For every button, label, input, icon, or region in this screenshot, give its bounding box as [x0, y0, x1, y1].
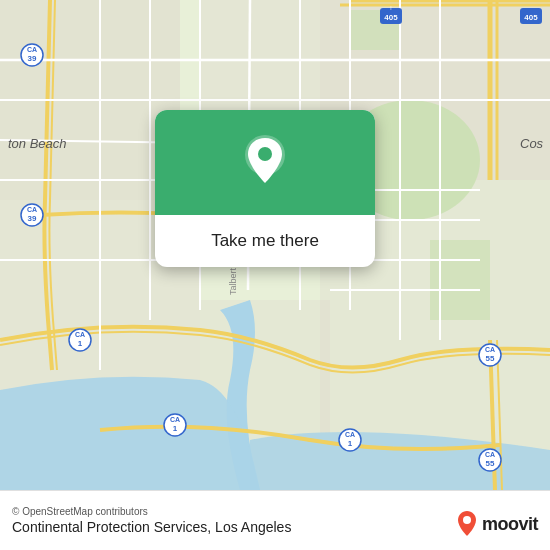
popup-header	[155, 110, 375, 215]
svg-text:55: 55	[486, 354, 495, 363]
svg-text:1: 1	[173, 424, 178, 433]
svg-text:55: 55	[486, 459, 495, 468]
svg-text:CA: CA	[485, 451, 495, 458]
svg-text:39: 39	[28, 214, 37, 223]
svg-text:CA: CA	[75, 331, 85, 338]
moovit-brand-text: moovit	[482, 514, 538, 535]
svg-text:ton Beach: ton Beach	[8, 136, 67, 151]
svg-text:CA: CA	[27, 206, 37, 213]
moovit-pin-icon	[456, 510, 478, 538]
moovit-logo: moovit	[456, 510, 538, 538]
svg-text:CA: CA	[345, 431, 355, 438]
svg-text:CA: CA	[170, 416, 180, 423]
svg-text:Cos: Cos	[520, 136, 544, 151]
svg-text:39: 39	[28, 54, 37, 63]
svg-text:405: 405	[384, 13, 398, 22]
map-container: Talbert Channel 405 I 405 CA 39 CA 39 CA…	[0, 0, 550, 490]
take-me-there-button[interactable]: Take me there	[203, 227, 327, 255]
svg-text:CA: CA	[27, 46, 37, 53]
svg-text:CA: CA	[485, 346, 495, 353]
location-pin-icon	[240, 133, 290, 193]
svg-text:1: 1	[78, 339, 83, 348]
svg-text:I: I	[390, 5, 391, 11]
svg-text:405: 405	[524, 13, 538, 22]
popup-card: Take me there	[155, 110, 375, 267]
svg-point-62	[258, 147, 272, 161]
svg-text:1: 1	[348, 439, 353, 448]
bottom-bar: © OpenStreetMap contributors Continental…	[0, 490, 550, 550]
svg-point-63	[463, 516, 471, 524]
popup-button-area: Take me there	[155, 215, 375, 267]
